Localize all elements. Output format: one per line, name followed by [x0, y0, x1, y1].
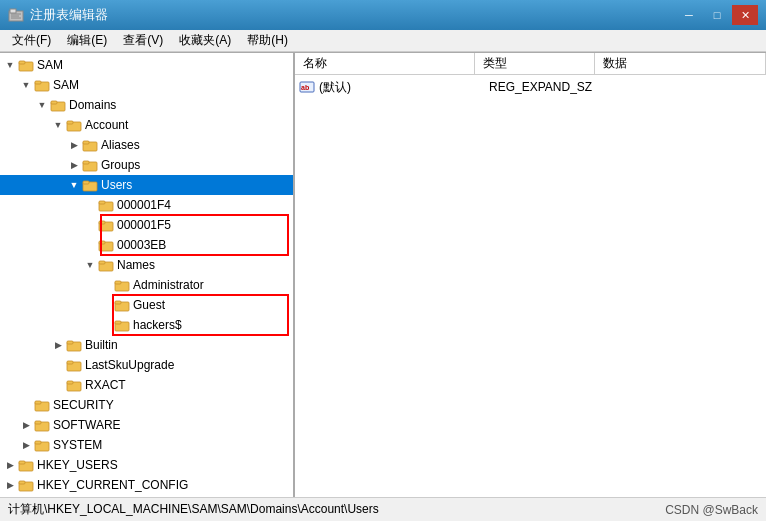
tree-panel[interactable]: SAM SAM Domains — [0, 53, 295, 497]
label-system: SYSTEM — [53, 438, 102, 452]
svg-rect-26 — [99, 261, 105, 264]
tree-item-hkcurrent[interactable]: HKEY_CURRENT_CONFIG — [0, 475, 293, 495]
tree-item-hackers[interactable]: hackers$ — [0, 315, 293, 335]
label-eb: 00003EB — [117, 238, 166, 252]
svg-rect-1 — [10, 9, 16, 13]
menu-edit[interactable]: 编辑(E) — [59, 30, 115, 51]
folder-rxact — [66, 377, 82, 393]
tree-item-admin[interactable]: Administrator — [0, 275, 293, 295]
tree-item-software[interactable]: SOFTWARE — [0, 415, 293, 435]
expand-aliases — [66, 137, 82, 153]
folder-users — [82, 177, 98, 193]
svg-rect-32 — [115, 321, 121, 324]
svg-rect-44 — [35, 441, 41, 444]
tree-item-f5[interactable]: 000001F5 — [0, 215, 293, 235]
expand-sam — [2, 57, 18, 73]
tree-item-sam2[interactable]: SAM — [0, 75, 293, 95]
close-button[interactable]: ✕ — [732, 5, 758, 25]
tree-item-hkusers[interactable]: HKEY_USERS — [0, 455, 293, 475]
svg-text:ab: ab — [301, 84, 309, 91]
menu-bar: 文件(F) 编辑(E) 查看(V) 收藏夹(A) 帮助(H) — [0, 30, 766, 52]
svg-rect-48 — [19, 481, 25, 484]
svg-rect-42 — [35, 421, 41, 424]
folder-groups — [82, 157, 98, 173]
main-content: SAM SAM Domains — [0, 52, 766, 497]
folder-hkcurrent — [18, 477, 34, 493]
label-sam: SAM — [37, 58, 63, 72]
svg-rect-34 — [67, 341, 73, 344]
svg-rect-24 — [99, 241, 105, 244]
tree-item-eb[interactable]: 00003EB — [0, 235, 293, 255]
tree-item-sam[interactable]: SAM — [0, 55, 293, 75]
svg-rect-12 — [67, 121, 73, 124]
folder-sam — [18, 57, 34, 73]
tree-item-groups[interactable]: Groups — [0, 155, 293, 175]
tree-item-aliases[interactable]: Aliases — [0, 135, 293, 155]
folder-security — [34, 397, 50, 413]
label-guest: Guest — [133, 298, 165, 312]
expand-builtin — [50, 337, 66, 353]
folder-builtin — [66, 337, 82, 353]
svg-rect-38 — [67, 381, 73, 384]
expand-domains — [34, 97, 50, 113]
right-panel: 名称 类型 数据 ab (默认) REG_EXPAND_SZ — [295, 53, 766, 497]
label-hkcurrent: HKEY_CURRENT_CONFIG — [37, 478, 188, 492]
tree-item-names[interactable]: Names — [0, 255, 293, 275]
expand-sam2 — [18, 77, 34, 93]
menu-help[interactable]: 帮助(H) — [239, 30, 296, 51]
svg-rect-14 — [83, 141, 89, 144]
label-admin: Administrator — [133, 278, 204, 292]
label-f5: 000001F5 — [117, 218, 171, 232]
svg-rect-46 — [19, 461, 25, 464]
expand-groups — [66, 157, 82, 173]
label-aliases: Aliases — [101, 138, 140, 152]
tree-item-lastsku[interactable]: LastSkuUpgrade — [0, 355, 293, 375]
regedit-icon — [8, 7, 24, 23]
label-groups: Groups — [101, 158, 140, 172]
window-title: 注册表编辑器 — [30, 6, 108, 24]
title-bar-left: 注册表编辑器 — [8, 6, 108, 24]
folder-guest — [114, 297, 130, 313]
menu-file[interactable]: 文件(F) — [4, 30, 59, 51]
tree-item-builtin[interactable]: Builtin — [0, 335, 293, 355]
label-rxact: RXACT — [85, 378, 126, 392]
label-lastsku: LastSkuUpgrade — [85, 358, 174, 372]
window-controls: ─ □ ✕ — [676, 5, 758, 25]
svg-rect-10 — [51, 101, 57, 104]
svg-rect-20 — [99, 201, 105, 204]
label-security: SECURITY — [53, 398, 114, 412]
expand-hkcurrent — [2, 477, 18, 493]
menu-favorites[interactable]: 收藏夹(A) — [171, 30, 239, 51]
tree-item-f4[interactable]: 000001F4 — [0, 195, 293, 215]
tree-item-account[interactable]: Account — [0, 115, 293, 135]
folder-eb — [98, 237, 114, 253]
folder-sam2 — [34, 77, 50, 93]
folder-f4 — [98, 197, 114, 213]
title-bar: 注册表编辑器 ─ □ ✕ — [0, 0, 766, 30]
tree-item-rxact[interactable]: RXACT — [0, 375, 293, 395]
col-header-data: 数据 — [595, 53, 766, 74]
col-header-type: 类型 — [475, 53, 595, 74]
expand-system — [18, 437, 34, 453]
tree-item-domains[interactable]: Domains — [0, 95, 293, 115]
col-header-name: 名称 — [295, 53, 475, 74]
folder-account — [66, 117, 82, 133]
minimize-button[interactable]: ─ — [676, 5, 702, 25]
label-builtin: Builtin — [85, 338, 118, 352]
tree-item-security[interactable]: SECURITY — [0, 395, 293, 415]
tree-item-guest[interactable]: Guest — [0, 295, 293, 315]
tree-item-system[interactable]: SYSTEM — [0, 435, 293, 455]
tree-item-users[interactable]: Users — [0, 175, 293, 195]
label-domains: Domains — [69, 98, 116, 112]
reg-name: (默认) — [319, 79, 489, 96]
folder-admin — [114, 277, 130, 293]
menu-view[interactable]: 查看(V) — [115, 30, 171, 51]
svg-rect-18 — [83, 181, 89, 184]
label-f4: 000001F4 — [117, 198, 171, 212]
folder-hkusers — [18, 457, 34, 473]
folder-hackers — [114, 317, 130, 333]
table-row[interactable]: ab (默认) REG_EXPAND_SZ — [295, 77, 766, 97]
expand-hkusers — [2, 457, 18, 473]
maximize-button[interactable]: □ — [704, 5, 730, 25]
ab-icon: ab — [299, 79, 315, 95]
